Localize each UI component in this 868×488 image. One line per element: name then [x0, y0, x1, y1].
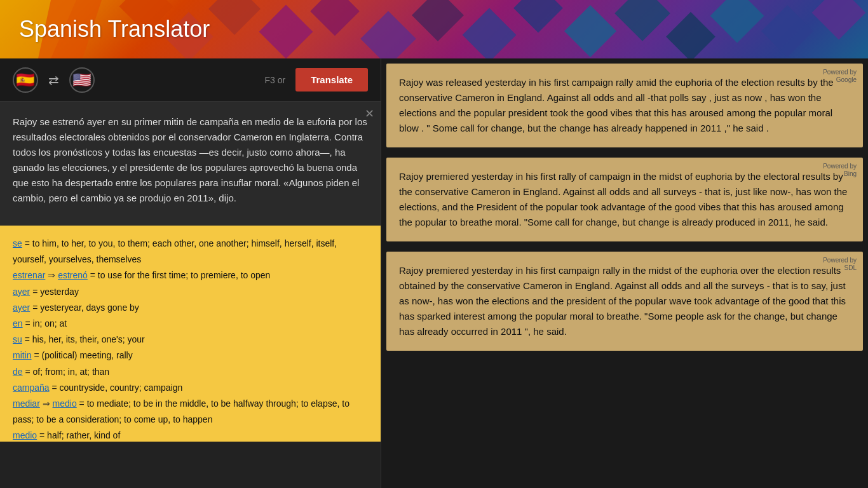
powered-by-google: Powered by Google: [823, 69, 857, 84]
dict-word-su[interactable]: su: [13, 334, 22, 344]
main-content: 🇪🇸 ⇄ 🇺🇸 F3 or Translate ✕ se = to him, t…: [0, 58, 868, 488]
svg-rect-13: [666, 12, 715, 58]
source-flag[interactable]: 🇪🇸: [13, 67, 38, 93]
dict-entry-se: se = to him, to her, to you, to them; ea…: [13, 236, 368, 268]
target-flag[interactable]: 🇺🇸: [69, 67, 95, 93]
app-title: Spanish Translator: [19, 16, 210, 43]
svg-rect-7: [360, 11, 416, 58]
svg-rect-4: [208, 0, 261, 35]
translation-card-google: Powered by Google Rajoy was released yes…: [386, 64, 863, 147]
svg-rect-16: [812, 0, 866, 39]
dict-word-en[interactable]: en: [13, 318, 23, 329]
svg-rect-11: [564, 5, 616, 57]
dict-word-ayer1[interactable]: ayer: [13, 287, 30, 297]
svg-rect-5: [259, 5, 313, 58]
dict-entry-de: de = of; from; in, at; than: [13, 364, 368, 380]
translation-card-sdl: Powered by SDL Rajoy premiered yesterday…: [386, 252, 863, 351]
svg-rect-9: [463, 8, 517, 58]
app-header: Spanish Translator: [0, 0, 868, 58]
dict-entry-mediar: mediar ⇒ medio = to mediate; to be in th…: [13, 396, 368, 428]
svg-rect-14: [710, 0, 764, 43]
dict-entry-campana: campaña = countryside, country; campaign: [13, 380, 368, 396]
translation-text-bing: Rajoy premiered yesterday in his first r…: [399, 169, 850, 230]
dict-word-mitin[interactable]: mitin: [13, 350, 32, 360]
translation-card-bing: Powered by Bing Rajoy premiered yesterda…: [386, 158, 863, 241]
dict-word-estrenar[interactable]: estrenar: [13, 270, 45, 280]
powered-by-sdl: Powered by SDL: [823, 257, 857, 272]
dict-entry-en: en = in; on; at: [13, 316, 368, 332]
svg-rect-6: [310, 0, 360, 36]
dict-entry-ayer1: ayer = yesterday: [13, 284, 368, 300]
dict-entry-estrenar: estrenar ⇒ estrenó = to use for the firs…: [13, 268, 368, 283]
dict-word-estreno[interactable]: estrenó: [58, 270, 88, 280]
source-text-input[interactable]: [0, 102, 381, 226]
keyboard-hint: F3 or: [264, 75, 285, 85]
dict-word-medio-adj[interactable]: medio: [13, 430, 37, 440]
translation-text-google: Rajoy was released yesterday in his firs…: [399, 75, 850, 136]
svg-rect-8: [412, 0, 464, 41]
dict-entry-medio: medio = half; rather, kind of: [13, 428, 368, 442]
right-panel: Powered by Google Rajoy was released yes…: [381, 58, 868, 488]
toolbar: 🇪🇸 ⇄ 🇺🇸 F3 or Translate: [0, 58, 381, 102]
dict-entry-su: su = his, her, its, their, one's; your: [13, 332, 368, 348]
dict-word-ayer2[interactable]: ayer: [13, 302, 30, 313]
dictionary-area: se = to him, to her, to you, to them; ea…: [0, 226, 381, 442]
input-area: ✕: [0, 102, 381, 226]
powered-by-bing: Powered by Bing: [823, 163, 857, 178]
clear-button[interactable]: ✕: [365, 108, 374, 119]
svg-rect-15: [761, 5, 813, 57]
dict-word-medio-verb[interactable]: medio: [53, 398, 77, 409]
svg-rect-10: [513, 0, 563, 33]
swap-button[interactable]: ⇄: [48, 72, 59, 88]
svg-rect-12: [614, 0, 670, 41]
dict-word-de[interactable]: de: [13, 367, 23, 377]
translate-button[interactable]: Translate: [295, 68, 368, 92]
dict-entry-ayer2: ayer = yesteryear, days gone by: [13, 300, 368, 316]
translation-text-sdl: Rajoy premiered yesterday in his first c…: [399, 263, 850, 339]
dict-word-mediar[interactable]: mediar: [13, 398, 40, 409]
dict-word-campana[interactable]: campaña: [13, 383, 50, 393]
dict-entry-mitin: mitin = (political) meeting, rally: [13, 348, 368, 363]
dict-word-se[interactable]: se: [13, 238, 22, 248]
left-panel: 🇪🇸 ⇄ 🇺🇸 F3 or Translate ✕ se = to him, t…: [0, 58, 381, 488]
